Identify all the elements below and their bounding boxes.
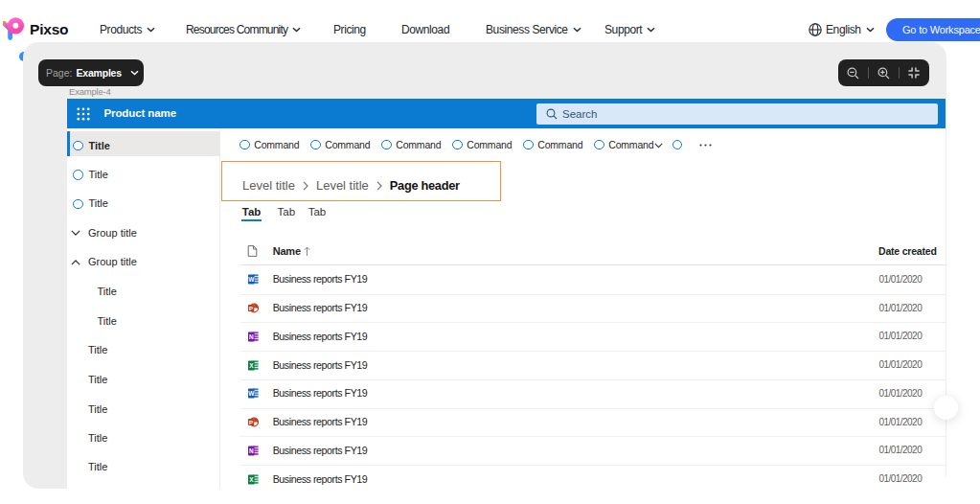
svg-text:N: N xyxy=(248,447,253,454)
svg-text:P: P xyxy=(249,420,253,425)
svg-text:X: X xyxy=(249,362,254,369)
svg-text:W: W xyxy=(248,276,255,283)
svg-text:N: N xyxy=(248,333,253,340)
svg-text:W: W xyxy=(248,390,255,397)
svg-text:X: X xyxy=(249,476,254,483)
svg-text:P: P xyxy=(249,306,253,311)
